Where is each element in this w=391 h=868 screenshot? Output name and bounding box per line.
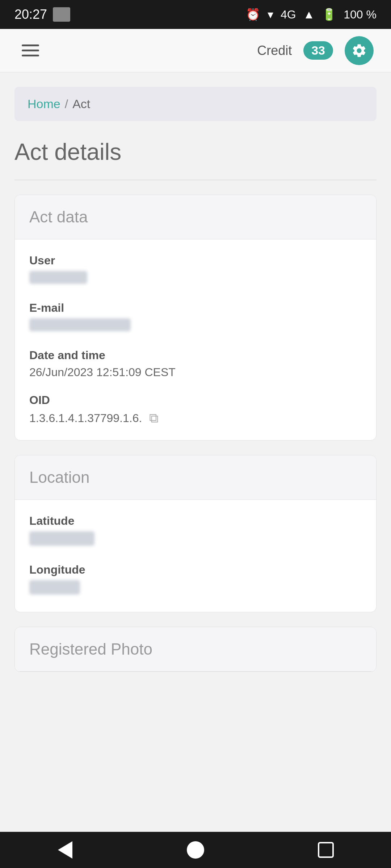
field-user-label: User	[29, 254, 362, 267]
back-triangle-icon	[58, 841, 72, 859]
title-divider	[14, 180, 377, 180]
status-time-text: 20:27	[14, 7, 47, 22]
registered-photo-card: Registered Photo	[14, 627, 377, 672]
field-oid-value: 1.3.6.1.4.1.37799.1.6.	[29, 412, 142, 425]
field-email-value	[29, 318, 362, 334]
field-latitude-label: Latitude	[29, 514, 362, 528]
location-card-title: Location	[29, 468, 89, 486]
hamburger-line-2	[22, 50, 39, 51]
status-right-icons: ⏰ ▾ 4G ▲ 🔋 100 %	[246, 8, 377, 21]
wifi-icon: ▾	[268, 8, 273, 21]
nav-bar	[0, 832, 391, 868]
credit-label: Credit	[257, 43, 292, 58]
network-4g-icon: 4G	[281, 8, 296, 21]
breadcrumb-current-page: Act	[72, 97, 90, 111]
status-app-icon	[53, 7, 70, 22]
hamburger-menu-button[interactable]	[17, 40, 43, 61]
field-oid-label: OID	[29, 393, 362, 407]
app-bar-right: Credit 33	[257, 36, 374, 65]
recent-square-icon	[318, 842, 334, 858]
credit-badge: 33	[303, 41, 333, 60]
location-card: Location Latitude Longitude	[14, 455, 377, 612]
breadcrumb-separator: /	[65, 97, 68, 111]
battery-icon: 🔋	[322, 8, 336, 21]
registered-photo-card-header: Registered Photo	[15, 627, 376, 672]
field-oid-row: 1.3.6.1.4.1.37799.1.6. ⧉	[29, 410, 362, 426]
copy-icon[interactable]: ⧉	[149, 410, 159, 426]
act-data-card-header: Act data	[15, 195, 376, 239]
field-user: User	[29, 254, 362, 287]
status-time-group: 20:27	[14, 7, 70, 22]
nav-home-button[interactable]	[181, 835, 210, 864]
gear-icon	[351, 43, 367, 59]
field-longitude: Longitude	[29, 563, 362, 597]
breadcrumb: Home / Act	[14, 87, 377, 121]
field-latitude-value	[29, 531, 362, 549]
hamburger-line-1	[22, 44, 39, 46]
location-card-body: Latitude Longitude	[15, 500, 376, 612]
field-user-blurred	[29, 271, 87, 284]
app-bar: Credit 33	[0, 29, 391, 72]
field-longitude-label: Longitude	[29, 563, 362, 576]
signal-icon: ▲	[303, 8, 315, 21]
field-email-blurred	[29, 318, 131, 331]
hamburger-line-3	[22, 55, 39, 56]
settings-button[interactable]	[345, 36, 374, 65]
nav-back-button[interactable]	[51, 835, 80, 864]
field-latitude-blurred	[29, 531, 94, 546]
field-oid: OID 1.3.6.1.4.1.37799.1.6. ⧉	[29, 393, 362, 426]
main-content: Home / Act Act details Act data User E-m…	[0, 72, 391, 832]
act-data-card-body: User E-mail Date and time 26/Jun/2023 12…	[15, 239, 376, 440]
alarm-icon: ⏰	[246, 8, 260, 21]
field-datetime: Date and time 26/Jun/2023 12:51:09 CEST	[29, 349, 362, 379]
field-datetime-value: 26/Jun/2023 12:51:09 CEST	[29, 366, 362, 379]
field-email: E-mail	[29, 301, 362, 334]
act-data-card-title: Act data	[29, 208, 88, 226]
nav-recent-button[interactable]	[311, 835, 340, 864]
breadcrumb-home-link[interactable]: Home	[28, 97, 60, 111]
home-circle-icon	[187, 841, 204, 859]
act-data-card: Act data User E-mail Date and time 26/Ju…	[14, 195, 377, 441]
battery-percentage: 100 %	[344, 8, 377, 21]
location-card-header: Location	[15, 455, 376, 500]
page-title: Act details	[14, 139, 377, 165]
registered-photo-card-title: Registered Photo	[29, 640, 152, 658]
status-bar: 20:27 ⏰ ▾ 4G ▲ 🔋 100 %	[0, 0, 391, 29]
field-datetime-label: Date and time	[29, 349, 362, 362]
field-longitude-value	[29, 580, 362, 597]
field-email-label: E-mail	[29, 301, 362, 315]
field-user-value	[29, 271, 362, 287]
field-latitude: Latitude	[29, 514, 362, 549]
field-longitude-blurred	[29, 580, 80, 595]
